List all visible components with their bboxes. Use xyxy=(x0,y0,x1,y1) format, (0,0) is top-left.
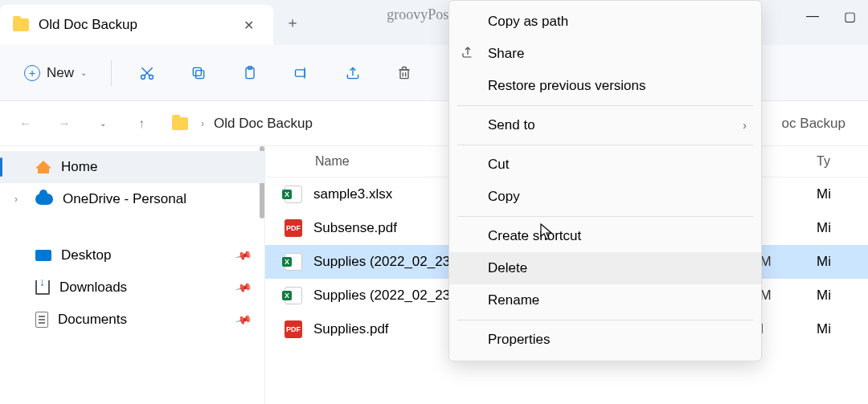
excel-icon xyxy=(285,287,302,304)
chevron-right-icon: › xyxy=(743,119,747,132)
sidebar-item-desktop[interactable]: Desktop 📌 xyxy=(0,239,264,271)
recent-dropdown-button[interactable]: ⌄ xyxy=(87,108,119,140)
maximize-button[interactable]: ▢ xyxy=(831,0,868,32)
delete-button[interactable] xyxy=(382,57,427,89)
ctx-copy-as-path[interactable]: Copy as path xyxy=(449,6,761,38)
documents-icon xyxy=(35,312,48,328)
file-type: Mi xyxy=(817,220,849,236)
context-menu: Copy as path Share Restore previous vers… xyxy=(448,0,762,361)
plus-circle-icon: + xyxy=(24,65,40,81)
excel-icon xyxy=(285,253,302,271)
new-label: New xyxy=(47,65,74,81)
forward-button[interactable]: → xyxy=(48,108,80,140)
separator xyxy=(457,145,753,145)
desktop-icon xyxy=(35,250,51,261)
breadcrumb-item[interactable]: Old Doc Backup xyxy=(214,116,313,132)
rename-button[interactable] xyxy=(279,57,324,89)
sidebar-item-downloads[interactable]: Downloads 📌 xyxy=(0,271,264,304)
path-tail: oc Backup xyxy=(782,116,858,132)
sidebar-label: Downloads xyxy=(59,280,127,296)
ctx-cut[interactable]: Cut xyxy=(449,149,761,181)
svg-rect-7 xyxy=(400,69,408,78)
file-type: Mi xyxy=(817,288,849,304)
tab-active[interactable]: Old Doc Backup ✕ xyxy=(0,5,273,45)
column-type[interactable]: Ty xyxy=(817,154,849,169)
ctx-copy[interactable]: Copy xyxy=(449,181,761,213)
ctx-delete[interactable]: Delete xyxy=(449,252,761,284)
sidebar-label: Desktop xyxy=(61,247,111,263)
separator xyxy=(111,60,112,86)
ctx-properties[interactable]: Properties xyxy=(449,324,761,356)
pdf-icon: PDF xyxy=(285,219,302,237)
sidebar-item-onedrive[interactable]: › OneDrive - Personal xyxy=(0,183,264,215)
separator xyxy=(457,105,753,106)
up-button[interactable]: ↑ xyxy=(125,108,158,140)
pdf-icon: PDF xyxy=(285,320,302,338)
ctx-send-to[interactable]: Send to› xyxy=(449,109,761,141)
back-button[interactable]: ← xyxy=(10,108,42,140)
separator xyxy=(457,320,753,320)
file-type: Mi xyxy=(817,254,849,270)
chevron-down-icon: ⌄ xyxy=(80,68,87,77)
folder-icon xyxy=(13,18,29,31)
pin-icon[interactable]: 📌 xyxy=(234,247,252,264)
svg-rect-2 xyxy=(196,70,204,78)
ctx-share[interactable]: Share xyxy=(449,38,761,70)
share-icon xyxy=(461,45,477,63)
chevron-right-icon: › xyxy=(201,118,204,129)
navigation-pane: Home › OneDrive - Personal Desktop 📌 Dow… xyxy=(0,146,265,404)
new-button[interactable]: + New ⌄ xyxy=(13,60,98,86)
new-tab-button[interactable]: ＋ xyxy=(273,0,312,45)
expand-icon[interactable]: › xyxy=(14,194,26,205)
window-controls: — ▢ xyxy=(794,0,868,32)
minimize-button[interactable]: — xyxy=(794,0,831,32)
svg-rect-3 xyxy=(193,67,201,75)
ctx-restore[interactable]: Restore previous versions xyxy=(449,70,761,102)
share-button[interactable] xyxy=(330,57,375,89)
sidebar-label: Documents xyxy=(58,312,127,328)
downloads-icon xyxy=(35,280,50,295)
sidebar-label: OneDrive - Personal xyxy=(63,191,186,207)
ctx-create-shortcut[interactable]: Create shortcut xyxy=(449,220,761,252)
home-icon xyxy=(35,161,51,173)
excel-icon xyxy=(285,186,302,203)
svg-rect-6 xyxy=(296,69,305,75)
pin-icon[interactable]: 📌 xyxy=(234,311,252,329)
paste-button[interactable] xyxy=(227,57,272,89)
cloud-icon xyxy=(35,194,53,205)
folder-icon xyxy=(172,117,188,130)
ctx-rename[interactable]: Rename xyxy=(449,284,761,316)
copy-button[interactable] xyxy=(176,57,221,89)
file-type: Mi xyxy=(817,321,849,337)
separator xyxy=(457,216,753,217)
file-type: Mi xyxy=(817,186,849,202)
sidebar-label: Home xyxy=(61,159,97,175)
cut-button[interactable] xyxy=(125,57,170,89)
sidebar-item-home[interactable]: Home xyxy=(0,151,264,183)
tab-title: Old Doc Backup xyxy=(39,17,237,33)
pin-icon[interactable]: 📌 xyxy=(234,279,252,296)
close-tab-button[interactable]: ✕ xyxy=(237,14,260,36)
sidebar-item-documents[interactable]: Documents 📌 xyxy=(0,304,264,336)
